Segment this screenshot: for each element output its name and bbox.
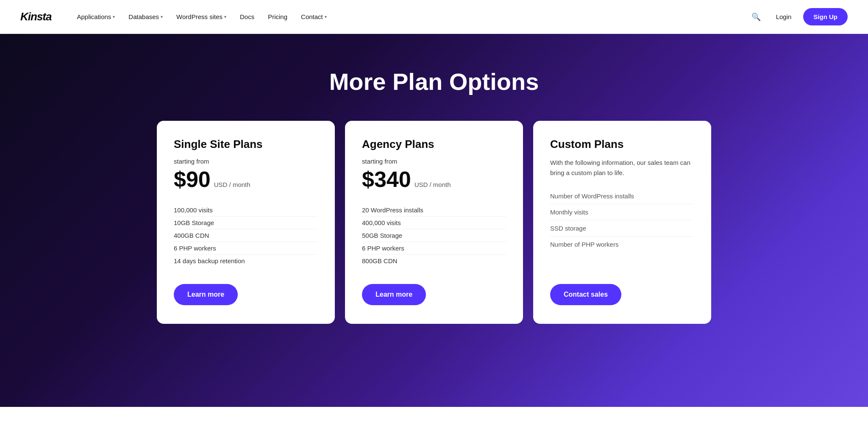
chevron-down-icon: ▾ [224,14,226,19]
nav-item-applications[interactable]: Applications▾ [72,10,120,24]
agency-card: Agency Plans starting from $340 USD / mo… [345,121,523,324]
custom-card: Custom Plans With the following informat… [533,121,711,324]
nav-item-contact[interactable]: Contact▾ [296,10,332,24]
agency-learn-more-button[interactable]: Learn more [362,284,426,305]
custom-features-list: Number of WordPress installs Monthly vis… [550,188,694,267]
list-item: SSD storage [550,220,694,237]
nav-item-pricing[interactable]: Pricing [263,10,292,24]
contact-sales-button[interactable]: Contact sales [550,284,621,305]
single-site-price-row: $90 USD / month [174,167,318,192]
single-site-price-unit: USD / month [214,181,250,188]
list-item: 6 PHP workers [362,242,506,255]
list-item: 6 PHP workers [174,242,318,255]
agency-price-row: $340 USD / month [362,167,506,192]
nav-menu: Applications▾Databases▾WordPress sites▾D… [72,10,748,24]
custom-title: Custom Plans [550,138,694,151]
list-item: 800GB CDN [362,255,506,267]
hero-section: More Plan Options Single Site Plans star… [0,34,868,407]
logo[interactable]: Kinsta [20,10,51,23]
agency-price: $340 [362,167,411,192]
cards-container: Single Site Plans starting from $90 USD … [154,121,714,324]
list-item: 400,000 visits [362,217,506,229]
single-site-starting-from: starting from [174,158,318,165]
list-item: 14 days backup retention [174,255,318,267]
page-title: More Plan Options [329,68,539,95]
agency-starting-from: starting from [362,158,506,165]
chevron-down-icon: ▾ [161,14,163,19]
navbar-actions: 🔍 Login Sign Up [748,8,848,25]
navbar: Kinsta Applications▾Databases▾WordPress … [0,0,868,34]
single-site-title: Single Site Plans [174,138,318,151]
list-item: Number of WordPress installs [550,188,694,204]
nav-item-databases[interactable]: Databases▾ [123,10,168,24]
list-item: Monthly visits [550,204,694,220]
search-button[interactable]: 🔍 [748,9,764,25]
single-site-features: 100,000 visits 10GB Storage 400GB CDN 6 … [174,204,318,267]
list-item: 20 WordPress installs [362,204,506,217]
custom-description: With the following information, our sale… [550,158,694,178]
list-item: 100,000 visits [174,204,318,217]
list-item: 400GB CDN [174,229,318,242]
agency-features: 20 WordPress installs 400,000 visits 50G… [362,204,506,267]
single-site-learn-more-button[interactable]: Learn more [174,284,238,305]
signup-button[interactable]: Sign Up [803,8,848,25]
chevron-down-icon: ▾ [113,14,115,19]
list-item: 50GB Storage [362,229,506,242]
list-item: 10GB Storage [174,217,318,229]
chevron-down-icon: ▾ [325,14,327,19]
nav-item-wordpress-sites[interactable]: WordPress sites▾ [171,10,231,24]
list-item: Number of PHP workers [550,237,694,252]
agency-title: Agency Plans [362,138,506,151]
nav-item-docs[interactable]: Docs [235,10,259,24]
login-button[interactable]: Login [771,10,797,24]
agency-price-unit: USD / month [415,181,451,188]
single-site-card: Single Site Plans starting from $90 USD … [157,121,335,324]
single-site-price: $90 [174,167,211,192]
